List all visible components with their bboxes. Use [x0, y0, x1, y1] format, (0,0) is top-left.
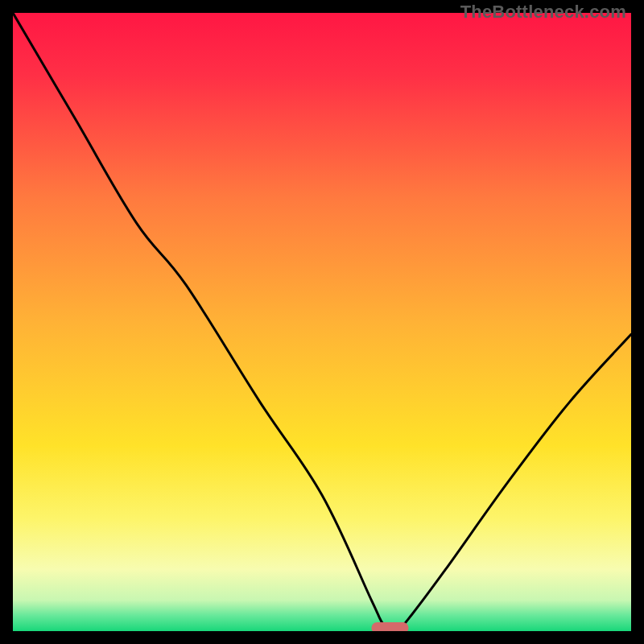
- optimal-marker-pill: [371, 622, 408, 631]
- watermark-text: TheBottleneck.com: [460, 2, 626, 23]
- chart-svg: [13, 13, 631, 631]
- chart-background: [13, 13, 631, 631]
- chart-frame: [13, 13, 631, 631]
